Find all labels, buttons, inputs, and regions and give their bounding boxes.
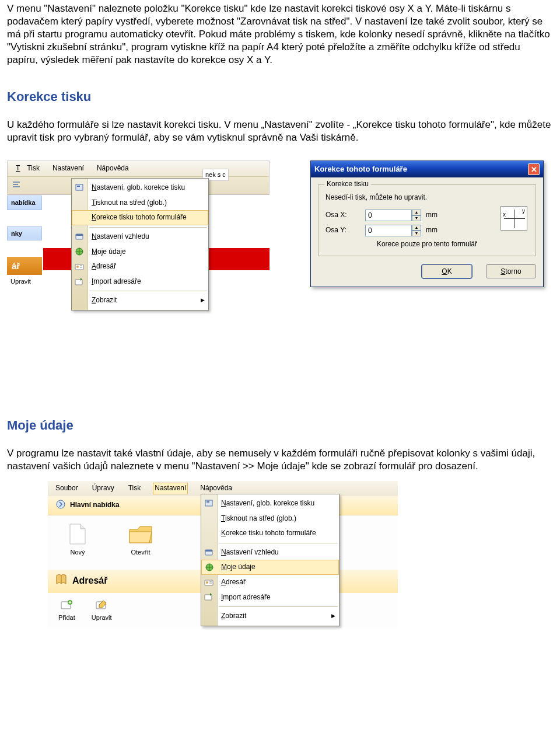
spinner-down[interactable]: ▼ [412,231,421,236]
menu-item-adresar[interactable]: Adresář Adresář [72,259,208,274]
menu-item-korekce-formulare[interactable]: Korekce tisku tohoto formuláře Korekce t… [201,526,339,541]
nastaveni-dropdown: Nastavení, glob. korekce tisku Nastavení… [71,178,209,311]
menu-nastaveni[interactable]: Nastavení [153,483,188,494]
add-card-icon [60,599,73,612]
menu-item-glob-korekce[interactable]: Nastavení, glob. korekce tisku Nastavení… [72,180,208,196]
menu-item-vzhled[interactable]: Nastavení vzhledu Nastavení vzhledu [201,545,339,560]
menu-item-zobrazit[interactable]: Zobrazit Zobrazit ▶ [72,293,208,308]
axis-y-label: y [522,207,525,215]
book-icon [55,573,68,589]
adresar-add-button[interactable]: Přidat [58,599,75,622]
sidebar-nabidka: nabídka [7,196,42,210]
page-icon [64,522,91,546]
menu-item-label: Nastavení vzhledu [92,232,149,240]
folder-icon [127,522,154,546]
app-panel: Soubor Úpravy Tisk Nastavení Nápověda Hl… [48,481,398,627]
globe-icon [205,563,214,572]
menu-item-korekce-formulare[interactable]: Korekce tisku tohoto formuláře Korekce t… [72,210,208,225]
svg-point-24 [206,581,208,584]
cancel-button[interactable]: StornoStorno [486,264,536,278]
dialog-title: Korekce tohoto formuláře [314,165,407,175]
menu-separator [219,543,338,543]
menu-item-moje-udaje[interactable]: Moje údaje Moje údaje [72,245,208,260]
menu-item-label: Nastavení, glob. korekce tisku [221,499,314,507]
menu-item-label: Tisknout na střed (glob.) [221,514,296,522]
menu-tisk[interactable]: TTiskTisk [11,162,42,175]
submenu-arrow-icon: ▶ [331,613,335,620]
menu-item-vzhled[interactable]: Nastavení vzhledu Nastavení vzhledu [72,229,208,245]
figure-moje-udaje: Soubor Úpravy Tisk Nastavení Nápověda Hl… [7,481,553,674]
svg-rect-21 [205,550,212,552]
korekce-dialog: Korekce tohoto formuláře ✕ Korekce tisku… [310,161,544,287]
svg-rect-3 [76,184,83,190]
menu-upravy[interactable]: Úpravy [90,483,116,494]
unit-x: mm [426,211,438,220]
open-label: Otevřít [131,549,150,556]
import-icon [204,592,214,602]
nav-icon [56,500,65,512]
new-label: Nový [70,549,85,556]
import-icon [75,277,84,287]
dialog-note: Korece pouze pro tento formulář [326,240,528,249]
menu-separator [89,291,207,291]
menu-item-label: Korekce tisku tohoto formuláře [92,213,187,221]
menu-item-label: Zobrazit [221,612,246,620]
menu-item-label: Moje údaje [221,563,256,571]
label-osa-y: Osa Y: [326,226,360,235]
svg-rect-18 [205,500,212,506]
section-heading-moje: Moje údaje [7,417,553,434]
unit-y: mm [426,226,438,235]
adresar-edit-button[interactable]: Upravit [92,599,112,622]
svg-rect-4 [77,186,80,187]
groupbox-korekce: Korekce tisku Nesedí-li tisk, můžete ho … [318,184,536,256]
nastaveni-dropdown: Nastavení, glob. korekce tisku Nastavení… [201,494,340,626]
new-button[interactable]: Nový [57,522,98,556]
svg-point-9 [76,266,79,268]
spinner-up[interactable]: ▲ [412,225,421,231]
menu-nastaveni[interactable]: Nastavení [50,162,86,175]
menu-item-label: Moje údaje [92,247,126,256]
card-icon [75,262,84,271]
menu-item-import[interactable]: Import adresáře Import adresáře [72,274,208,289]
menu-soubor[interactable]: Soubor [54,483,80,494]
sidebar-upravit[interactable]: Upravit [7,275,42,288]
edit-card-icon [95,599,108,612]
spinner-down[interactable]: ▼ [412,215,421,221]
submenu-arrow-icon: ▶ [201,297,205,304]
menu-separator [219,606,338,607]
input-osa-x[interactable] [365,210,412,221]
dialog-titlebar[interactable]: Korekce tohoto formuláře ✕ [311,161,543,177]
spinner-up[interactable]: ▲ [412,210,421,215]
row-osa-x: Osa X: ▲ ▼ mm [326,210,528,221]
menu-item-tisk-stred[interactable]: Tisknout na střed (glob.) Tisknout na st… [201,511,339,526]
menu-item-moje-udaje[interactable]: Moje údaje Moje údaje [201,560,339,575]
ok-button[interactable]: OKOK [422,264,472,278]
menu-napoveda[interactable]: Nápověda [198,483,234,494]
open-button[interactable]: Otevřít [120,522,161,556]
dialog-hint: Nesedí-li tisk, můžete ho upravit. [326,193,528,203]
menu-item-label: Adresář [221,578,246,586]
left-sidebar: nabídka nky ář Upravit [7,196,42,288]
menu-napoveda[interactable]: Nápověda [94,162,131,175]
menu-item-adresar[interactable]: Adresář Adresář [201,575,339,590]
svg-rect-12 [75,280,82,285]
hlavni-label: Hlavní nabídka [70,501,120,510]
menu-item-label: Adresář [92,262,116,270]
section-body-korekce: U každého formuláře si lze nastavit kore… [7,118,553,144]
menu-item-label: Tisknout na střed (glob.) [92,198,167,207]
menu-item-zobrazit[interactable]: Zobrazit Zobrazit ▶ [201,609,339,624]
menu-item-glob-korekce[interactable]: Nastavení, glob. korekce tisku Nastavení… [201,496,339,511]
menu-item-label: Korekce tisku tohoto formuláře [221,529,316,537]
globe-icon [75,247,84,256]
settings-icon [75,183,84,193]
axis-x-label: x [503,211,506,218]
svg-rect-6 [76,234,83,236]
menu-tisk[interactable]: Tisk [127,483,143,494]
input-osa-y[interactable] [365,225,412,236]
menu-item-label: Nastavení vzhledu [221,548,279,556]
align-icon[interactable] [12,180,22,190]
menu-item-import[interactable]: Import adresáře Import adresáře [201,590,339,605]
section-heading-korekce: Korekce tisku [7,89,553,106]
menu-item-tisk-stred[interactable]: Tisknout na střed (glob.) Tisknout na st… [72,196,208,211]
close-button[interactable]: ✕ [528,163,540,175]
